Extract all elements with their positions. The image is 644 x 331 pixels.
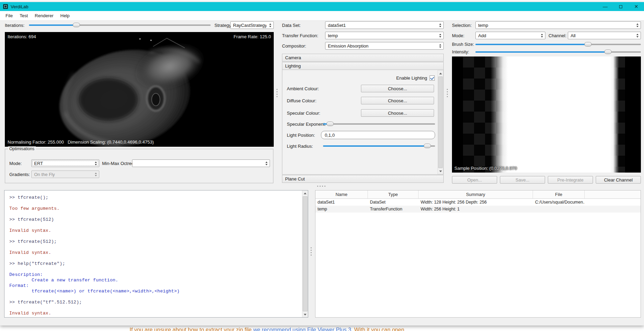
specular-choose-button[interactable]: Choose... — [361, 109, 434, 117]
enable-lighting-checkbox[interactable] — [430, 75, 435, 81]
console-line: Create a new transfer function. — [9, 278, 299, 283]
spin-down-icon[interactable] — [269, 26, 271, 27]
brush-size-slider[interactable] — [475, 41, 641, 48]
maximize-button[interactable] — [613, 2, 628, 11]
selection-combo[interactable]: temp — [475, 21, 641, 29]
column-header-summary[interactable]: Summary — [419, 190, 533, 198]
assets-table: Name Type Summary File dataSet1 DataSet … — [315, 190, 641, 318]
specular-exponent-slider[interactable] — [323, 121, 435, 127]
diffuse-choose-button[interactable]: Choose... — [361, 97, 434, 104]
table-row[interactable]: dataSet1 DataSet Width: 128 Height: 256 … — [315, 199, 641, 206]
column-header-type[interactable]: Type — [368, 190, 419, 198]
console-panel[interactable]: >> tfcreate(); Too few arguments. >> tfc… — [4, 190, 308, 318]
slider-groove — [323, 123, 435, 125]
minimize-button[interactable]: — — [597, 2, 613, 11]
intensity-slider[interactable] — [475, 49, 641, 55]
spin-up-icon[interactable] — [439, 23, 441, 25]
compositor-combo[interactable]: Emission Absorption — [325, 42, 444, 50]
gradients-combo[interactable]: On the Fly — [31, 170, 99, 178]
spin-arrows — [93, 160, 99, 166]
console-scrollbar[interactable] — [302, 190, 308, 317]
column-header-file[interactable]: File — [533, 190, 585, 198]
menu-file[interactable]: File — [2, 12, 16, 20]
table-row[interactable]: temp TransferFunction Width: 256 Height:… — [315, 206, 641, 213]
section-plane-cut[interactable]: Plane Cut — [282, 175, 444, 183]
iterations-slider[interactable] — [29, 22, 211, 29]
spin-up-icon[interactable] — [636, 34, 638, 35]
opt-mode-combo[interactable]: ERT — [31, 159, 99, 167]
menu-help[interactable]: Help — [57, 12, 73, 20]
save-button[interactable]: Save... — [500, 176, 545, 184]
scroll-up-button[interactable] — [438, 71, 443, 76]
spin-down-icon[interactable] — [439, 26, 441, 27]
spin-up-icon[interactable] — [95, 173, 97, 174]
channel-combo[interactable]: All — [568, 32, 641, 39]
console-line: Invalid syntax. — [9, 311, 299, 316]
slider-handle[interactable] — [326, 122, 334, 126]
clear-channel-button[interactable]: Clear Channel — [596, 176, 641, 184]
splitter-handle[interactable] — [317, 186, 325, 187]
section-camera[interactable]: Camera — [282, 54, 444, 62]
slider-handle[interactable] — [584, 42, 592, 46]
splitter-handle[interactable] — [311, 247, 312, 256]
app-icon[interactable] — [3, 4, 8, 9]
transfer-function-canvas[interactable]: Sample Position: (0.0273,0.970 — [452, 56, 641, 173]
spin-up-icon[interactable] — [541, 34, 543, 35]
column-header-name[interactable]: Name — [315, 190, 368, 198]
viewport-iterations-overlay: Iterations: 694 — [8, 34, 36, 39]
pre-integrate-button[interactable]: Pre-Integrate — [548, 176, 593, 184]
light-position-input[interactable] — [321, 131, 435, 139]
scrollbar-thumb[interactable] — [303, 196, 308, 311]
scrollbar-thumb[interactable] — [438, 76, 443, 168]
spin-down-icon[interactable] — [95, 175, 97, 176]
open-button[interactable]: Open... — [452, 176, 497, 184]
title-bar[interactable]: VerdiLab — ✕ — [0, 2, 644, 11]
spin-up-icon[interactable] — [636, 23, 638, 25]
background-page-link[interactable]: we recommend using File Viewer Plus 3 — [253, 327, 351, 331]
splitter-handle[interactable] — [276, 89, 278, 97]
menu-renderer[interactable]: Renderer — [31, 12, 57, 20]
compositor-label: Compositor: — [282, 43, 306, 49]
light-radius-slider[interactable] — [323, 143, 435, 149]
close-button[interactable]: ✕ — [628, 2, 644, 11]
background-page-text: If you are unsure about how to extract y… — [130, 327, 404, 331]
section-lighting[interactable]: Lighting — [282, 62, 444, 70]
slider-handle[interactable] — [73, 23, 80, 27]
render-viewport[interactable]: Iterations: 694 Frame Rate: 125.0 Normal… — [5, 32, 274, 147]
spin-arrows — [264, 160, 269, 166]
strategy-combo[interactable]: RayCastStrategy — [230, 21, 274, 29]
console-line — [9, 294, 299, 300]
edit-mode-combo[interactable]: Add — [475, 32, 545, 39]
spin-down-icon[interactable] — [439, 46, 441, 48]
transfer-function-combo[interactable]: temp — [325, 32, 444, 39]
slider-handle[interactable] — [424, 144, 431, 148]
minimize-icon: — — [603, 4, 608, 9]
scroll-down-icon — [439, 170, 442, 172]
console-line: >> tfcreate(512) — [9, 217, 299, 223]
spin-down-icon[interactable] — [439, 36, 441, 38]
spin-down-icon[interactable] — [265, 164, 268, 165]
splitter-handle[interactable] — [447, 89, 448, 97]
dataset-label: Data Set: — [282, 23, 301, 28]
spin-down-icon[interactable] — [541, 36, 543, 38]
octree-combo[interactable] — [132, 159, 270, 167]
spin-up-icon[interactable] — [269, 23, 271, 25]
specular-colour-label: Specular Colour: — [287, 111, 320, 116]
menu-test[interactable]: Test — [16, 12, 31, 20]
spin-up-icon[interactable] — [439, 34, 441, 35]
scroll-up-button[interactable] — [302, 190, 308, 196]
spin-up-icon[interactable] — [95, 162, 97, 163]
dataset-combo[interactable]: dataSet1 — [325, 21, 444, 29]
spin-up-icon[interactable] — [265, 162, 268, 163]
lighting-scrollbar[interactable] — [437, 70, 443, 174]
scroll-down-button[interactable] — [438, 168, 443, 174]
window-title: VerdiLab — [11, 4, 28, 9]
spin-up-icon[interactable] — [439, 44, 441, 45]
spin-down-icon[interactable] — [636, 36, 638, 38]
ambient-choose-button[interactable]: Choose... — [361, 85, 434, 92]
slider-handle[interactable] — [604, 50, 612, 54]
maximize-icon — [619, 5, 622, 8]
spin-down-icon[interactable] — [636, 26, 638, 27]
spin-down-icon[interactable] — [95, 164, 97, 165]
scroll-down-button[interactable] — [302, 312, 308, 317]
